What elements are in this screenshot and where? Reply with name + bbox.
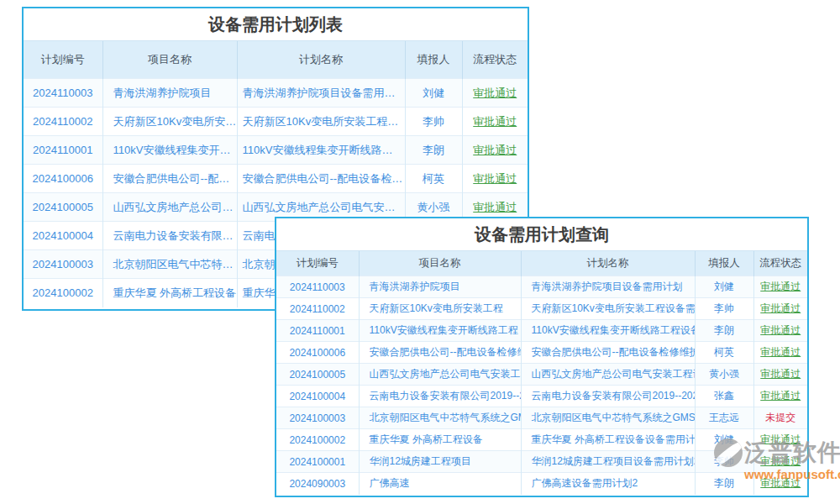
cell-plan-id[interactable]: 2024100005 <box>24 193 102 222</box>
cell-project-name[interactable]: 安徽合肥供电公司--配电设备检修维护 <box>359 342 521 364</box>
cell-project-name[interactable]: 山西弘文房地产总公司电气安装工程 <box>102 193 237 222</box>
cell-plan-id[interactable]: 2024100002 <box>276 429 359 451</box>
cell-project-name[interactable]: 北京朝阳区电气中芯特气系统之GMS系统 <box>102 250 237 279</box>
cell-plan-id[interactable]: 2024100006 <box>24 165 102 193</box>
col-header-status: 流程状态 <box>462 41 528 79</box>
col-header-plan-name: 计划名称 <box>521 251 695 276</box>
cell-plan-id[interactable]: 2024110003 <box>276 276 359 298</box>
cell-plan-name[interactable]: 110kV安徽线程集变开断线路工程设备需用计划 <box>521 320 695 342</box>
plan-list-title: 设备需用计划列表 <box>24 8 528 40</box>
table-row[interactable]: 2024100006 安徽合肥供电公司--配电设备检修维护 安徽合肥供电公司--… <box>24 165 528 193</box>
cell-plan-name[interactable]: 天府新区10Kv变电所安装工程设备需用计划 <box>521 298 695 320</box>
cell-plan-name[interactable]: 天府新区10Kv变电所安装工程设备需用计划 <box>237 108 405 136</box>
table-row[interactable]: 2024100006 安徽合肥供电公司--配电设备检修维护 安徽合肥供电公司--… <box>276 342 807 364</box>
cell-plan-name[interactable]: 北京朝阳区电气中芯特气系统之GMS系统设备需用计划 <box>521 407 695 429</box>
cell-reporter: 柯英 <box>695 342 753 364</box>
cell-status[interactable]: 审批通过 <box>753 364 807 386</box>
cell-plan-name[interactable]: 安徽合肥供电公司--配电设备检修维护设备需用计划 <box>237 165 405 193</box>
cell-plan-id[interactable]: 2024100003 <box>276 407 359 429</box>
fanpu-logo-icon <box>714 438 743 467</box>
table-row[interactable]: 2024110001 110kV安徽线程集变开断线路工程 110kV安徽线程集变… <box>276 320 807 342</box>
plan-list-header-row: 计划编号 项目名称 计划名称 填报人 流程状态 <box>24 41 528 79</box>
cell-project-name[interactable]: 110kV安徽线程集变开断线路工程 <box>102 136 237 165</box>
cell-project-name[interactable]: 北京朝阳区电气中芯特气系统之GMS系统 <box>359 407 521 429</box>
cell-status[interactable]: 审批通过 <box>462 136 528 165</box>
cell-status[interactable]: 审批通过 <box>462 108 528 136</box>
cell-plan-name[interactable]: 110kV安徽线程集变开断线路工程设备需用计划 <box>237 136 405 165</box>
cell-reporter: 王志远 <box>695 407 753 429</box>
table-row[interactable]: 2024100004 云南电力设备安装有限公司2019--2020 云南电力设备… <box>276 386 807 407</box>
cell-reporter: 张鑫 <box>695 386 753 407</box>
table-row[interactable]: 2024110003 青海洪湖养护院项目 青海洪湖养护院项目设备需用计划 刘健 … <box>24 79 528 108</box>
table-row[interactable]: 2024110002 天府新区10Kv变电所安装工程 天府新区10Kv变电所安装… <box>24 108 528 136</box>
watermark-brand: 泛普软件 <box>744 437 840 469</box>
cell-plan-name[interactable]: 广佛高速设备需用计划2 <box>521 473 695 495</box>
cell-status[interactable]: 审批通过 <box>753 276 807 298</box>
cell-plan-name[interactable]: 华润12城房建工程项目设备需用计划2 <box>521 451 695 473</box>
cell-plan-id[interactable]: 2024100004 <box>276 386 359 407</box>
cell-reporter: 刘健 <box>405 79 462 108</box>
col-header-plan-name: 计划名称 <box>237 41 405 79</box>
cell-plan-name[interactable]: 安徽合肥供电公司--配电设备检修维护设备需用计划 <box>521 342 695 364</box>
vendor-watermark: 泛普软件 www.fanpusoft.com <box>714 437 840 481</box>
cell-reporter: 李帅 <box>405 108 462 136</box>
cell-plan-id[interactable]: 2024100002 <box>24 279 102 307</box>
cell-reporter: 李朗 <box>695 320 753 342</box>
watermark-url: www.fanpusoft.com <box>744 467 840 481</box>
cell-plan-name[interactable]: 云南电力设备安装有限公司2019--2020设备需用计划 <box>521 386 695 407</box>
table-row[interactable]: 2024110002 天府新区10Kv变电所安装工程 天府新区10Kv变电所安装… <box>276 298 807 320</box>
col-header-plan-id: 计划编号 <box>24 41 102 79</box>
cell-plan-id[interactable]: 2024110003 <box>24 79 102 108</box>
table-row[interactable]: 2024100005 山西弘文房地产总公司电气安装工程 山西弘文房地产总公司电气… <box>276 364 807 386</box>
col-header-project: 项目名称 <box>359 251 521 276</box>
cell-plan-id[interactable]: 2024110001 <box>276 320 359 342</box>
cell-plan-name[interactable]: 重庆华夏 外高桥工程设备设备需用计划 <box>521 429 695 451</box>
cell-project-name[interactable]: 天府新区10Kv变电所安装工程 <box>102 108 237 136</box>
cell-project-name[interactable]: 天府新区10Kv变电所安装工程 <box>359 298 521 320</box>
col-header-project: 项目名称 <box>102 41 237 79</box>
col-header-status: 流程状态 <box>753 251 807 276</box>
cell-plan-id[interactable]: 2024100006 <box>276 342 359 364</box>
cell-plan-id[interactable]: 2024110002 <box>276 298 359 320</box>
cell-reporter: 李帅 <box>695 298 753 320</box>
cell-plan-id[interactable]: 2024100005 <box>276 364 359 386</box>
cell-project-name[interactable]: 青海洪湖养护院项目 <box>359 276 521 298</box>
cell-status[interactable]: 审批通过 <box>753 320 807 342</box>
table-row[interactable]: 2024110001 110kV安徽线程集变开断线路工程 110kV安徽线程集变… <box>24 136 528 165</box>
cell-plan-id[interactable]: 2024110001 <box>24 136 102 165</box>
cell-status[interactable]: 审批通过 <box>753 342 807 364</box>
cell-plan-name[interactable]: 山西弘文房地产总公司电气安装工程设备需用计划 <box>521 364 695 386</box>
cell-plan-name[interactable]: 青海洪湖养护院项目设备需用计划 <box>237 79 405 108</box>
cell-status[interactable]: 审批通过 <box>462 79 528 108</box>
cell-project-name[interactable]: 云南电力设备安装有限公司2019--2020 <box>102 222 237 250</box>
cell-status[interactable]: 审批通过 <box>753 298 807 320</box>
col-header-plan-id: 计划编号 <box>276 251 359 276</box>
cell-reporter: 李朗 <box>405 136 462 165</box>
cell-project-name[interactable]: 青海洪湖养护院项目 <box>102 79 237 108</box>
cell-plan-id[interactable]: 2024100004 <box>24 222 102 250</box>
plan-query-header-row: 计划编号 项目名称 计划名称 填报人 流程状态 <box>276 251 807 276</box>
cell-plan-id[interactable]: 2024110002 <box>24 108 102 136</box>
table-row[interactable]: 2024110003 青海洪湖养护院项目 青海洪湖养护院项目设备需用计划 刘健 … <box>276 276 807 298</box>
cell-project-name[interactable]: 山西弘文房地产总公司电气安装工程 <box>359 364 521 386</box>
screen: 设备需用计划列表 计划编号 项目名称 计划名称 填报人 流程状态 2024110… <box>0 0 840 504</box>
cell-status[interactable]: 审批通过 <box>753 386 807 407</box>
cell-project-name[interactable]: 110kV安徽线程集变开断线路工程 <box>359 320 521 342</box>
cell-project-name[interactable]: 云南电力设备安装有限公司2019--2020 <box>359 386 521 407</box>
col-header-reporter: 填报人 <box>405 41 462 79</box>
table-row[interactable]: 2024100003 北京朝阳区电气中芯特气系统之GMS系统 北京朝阳区电气中芯… <box>276 407 807 429</box>
cell-project-name[interactable]: 重庆华夏 外高桥工程设备 <box>102 279 237 307</box>
col-header-reporter: 填报人 <box>695 251 753 276</box>
cell-project-name[interactable]: 华润12城房建工程项目 <box>359 451 521 473</box>
cell-plan-name[interactable]: 青海洪湖养护院项目设备需用计划 <box>521 276 695 298</box>
plan-query-title: 设备需用计划查询 <box>276 218 807 250</box>
cell-project-name[interactable]: 安徽合肥供电公司--配电设备检修维护 <box>102 165 237 193</box>
cell-plan-id[interactable]: 2024100003 <box>24 250 102 279</box>
cell-plan-id[interactable]: 2024090003 <box>276 473 359 495</box>
cell-status[interactable]: 审批通过 <box>462 165 528 193</box>
cell-plan-id[interactable]: 2024100001 <box>276 451 359 473</box>
cell-reporter: 柯英 <box>405 165 462 193</box>
cell-status[interactable]: 未提交 <box>753 407 807 429</box>
cell-project-name[interactable]: 广佛高速 <box>359 473 521 495</box>
cell-project-name[interactable]: 重庆华夏 外高桥工程设备 <box>359 429 521 451</box>
